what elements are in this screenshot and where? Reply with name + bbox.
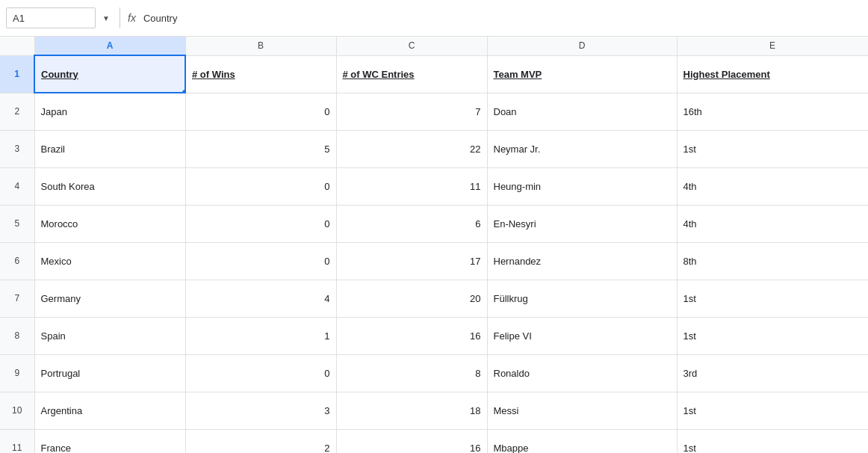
cell-country-10[interactable]: Argentina (34, 392, 185, 429)
cell-country-2[interactable]: Japan (34, 93, 185, 130)
cell-highestPlacement-10[interactable]: 1st (677, 392, 868, 429)
cell-ref-dropdown-icon[interactable]: ▼ (100, 14, 112, 22)
row-number-1[interactable]: 1 (0, 55, 34, 93)
formula-value: Country (143, 13, 178, 24)
cell-teamMvp-3[interactable]: Neymar Jr. (487, 130, 677, 167)
cell-country-9[interactable]: Portrugal (34, 354, 185, 392)
cell-wcEntries-6[interactable]: 17 (336, 242, 487, 280)
table-row: 8Spain116Felipe VI1st (0, 317, 868, 354)
row-number-6[interactable]: 6 (0, 242, 34, 280)
cell-wins-2[interactable]: 0 (185, 93, 336, 130)
cell-ref-value: A1 (13, 13, 25, 24)
cell-b1[interactable]: # of Wins (185, 55, 336, 93)
cell-country-4[interactable]: South Korea (34, 167, 185, 205)
spreadsheet-container: A B C D E 1 Country # of Wins # of WC En… (0, 37, 868, 453)
cell-wins-6[interactable]: 0 (185, 242, 336, 280)
fx-icon: fx (128, 12, 136, 24)
cell-teamMvp-4[interactable]: Heung-min (487, 167, 677, 205)
cell-country-8[interactable]: Spain (34, 317, 185, 354)
cell-wins-11[interactable]: 2 (185, 429, 336, 453)
col-header-e[interactable]: E (677, 37, 868, 55)
col-header-c[interactable]: C (336, 37, 487, 55)
cell-country-6[interactable]: Mexico (34, 242, 185, 280)
cell-highestPlacement-7[interactable]: 1st (677, 280, 868, 317)
formula-bar: A1 ▼ fx Country (0, 0, 868, 37)
col-header-a[interactable]: A (34, 37, 185, 55)
cell-teamMvp-7[interactable]: Füllkrug (487, 280, 677, 317)
cell-wcEntries-5[interactable]: 6 (336, 205, 487, 242)
row-number-5[interactable]: 5 (0, 205, 34, 242)
cell-teamMvp-9[interactable]: Ronaldo (487, 354, 677, 392)
cell-highestPlacement-4[interactable]: 4th (677, 167, 868, 205)
cell-e1[interactable]: Highest Placement (677, 55, 868, 93)
cell-highestPlacement-9[interactable]: 3rd (677, 354, 868, 392)
cell-country-5[interactable]: Morocco (34, 205, 185, 242)
cell-a1[interactable]: Country (34, 55, 185, 93)
row-number-10[interactable]: 10 (0, 392, 34, 429)
cell-wcEntries-10[interactable]: 18 (336, 392, 487, 429)
row-number-7[interactable]: 7 (0, 280, 34, 317)
cell-teamMvp-6[interactable]: Hernandez (487, 242, 677, 280)
cell-wcEntries-4[interactable]: 11 (336, 167, 487, 205)
corner-header (0, 37, 34, 55)
table-row: 4South Korea011Heung-min4th (0, 167, 868, 205)
cell-highestPlacement-2[interactable]: 16th (677, 93, 868, 130)
table-row: 7Germany420Füllkrug1st (0, 280, 868, 317)
formula-bar-divider (120, 7, 120, 28)
table-row: 3Brazil522Neymar Jr.1st (0, 130, 868, 167)
cell-country-7[interactable]: Germany (34, 280, 185, 317)
cell-d1[interactable]: Team MVP (487, 55, 677, 93)
row-number-3[interactable]: 3 (0, 130, 34, 167)
cell-highestPlacement-11[interactable]: 1st (677, 429, 868, 453)
cell-wins-7[interactable]: 4 (185, 280, 336, 317)
table-row: 5Morocco06En-Nesyri4th (0, 205, 868, 242)
cell-country-11[interactable]: France (34, 429, 185, 453)
cell-wcEntries-9[interactable]: 8 (336, 354, 487, 392)
cell-wins-9[interactable]: 0 (185, 354, 336, 392)
cell-teamMvp-2[interactable]: Doan (487, 93, 677, 130)
cell-wcEntries-2[interactable]: 7 (336, 93, 487, 130)
table-row: 10Argentina318Messi1st (0, 392, 868, 429)
cell-reference-box[interactable]: A1 (6, 7, 96, 28)
row-number-11[interactable]: 11 (0, 429, 34, 453)
row-number-4[interactable]: 4 (0, 167, 34, 205)
cell-highestPlacement-8[interactable]: 1st (677, 317, 868, 354)
cell-wins-3[interactable]: 5 (185, 130, 336, 167)
col-header-d[interactable]: D (487, 37, 677, 55)
cell-country-3[interactable]: Brazil (34, 130, 185, 167)
row-number-2[interactable]: 2 (0, 93, 34, 130)
col-header-b[interactable]: B (185, 37, 336, 55)
table-row: 1 Country # of Wins # of WC Entries Team… (0, 55, 868, 93)
table-row: 11France216Mbappe1st (0, 429, 868, 453)
cell-wcEntries-8[interactable]: 16 (336, 317, 487, 354)
cell-teamMvp-8[interactable]: Felipe VI (487, 317, 677, 354)
table-row: 2Japan07Doan16th (0, 93, 868, 130)
cell-wcEntries-11[interactable]: 16 (336, 429, 487, 453)
column-header-row: A B C D E (0, 37, 868, 55)
cell-teamMvp-10[interactable]: Messi (487, 392, 677, 429)
cell-teamMvp-11[interactable]: Mbappe (487, 429, 677, 453)
table-row: 6Mexico017Hernandez8th (0, 242, 868, 280)
cell-highestPlacement-5[interactable]: 4th (677, 205, 868, 242)
table-row: 9Portrugal08Ronaldo3rd (0, 354, 868, 392)
cell-wins-4[interactable]: 0 (185, 167, 336, 205)
cell-wins-8[interactable]: 1 (185, 317, 336, 354)
row-number-9[interactable]: 9 (0, 354, 34, 392)
cell-wcEntries-3[interactable]: 22 (336, 130, 487, 167)
cell-wins-10[interactable]: 3 (185, 392, 336, 429)
cell-c1[interactable]: # of WC Entries (336, 55, 487, 93)
spreadsheet-table: A B C D E 1 Country # of Wins # of WC En… (0, 37, 868, 453)
cell-wcEntries-7[interactable]: 20 (336, 280, 487, 317)
cell-teamMvp-5[interactable]: En-Nesyri (487, 205, 677, 242)
row-number-8[interactable]: 8 (0, 317, 34, 354)
cell-wins-5[interactable]: 0 (185, 205, 336, 242)
cell-highestPlacement-6[interactable]: 8th (677, 242, 868, 280)
cell-highestPlacement-3[interactable]: 1st (677, 130, 868, 167)
